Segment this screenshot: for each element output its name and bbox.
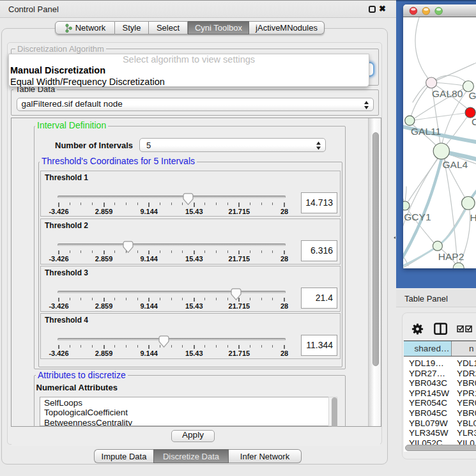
- svg-text:GA: GA: [469, 90, 476, 101]
- svg-text:GAL4: GAL4: [443, 159, 468, 170]
- svg-text:C: C: [472, 116, 476, 127]
- svg-text:GAL11: GAL11: [411, 126, 441, 137]
- svg-text:H: H: [470, 212, 476, 223]
- svg-text:HAP2: HAP2: [438, 251, 464, 262]
- svg-text:GAL80: GAL80: [432, 88, 463, 99]
- svg-text:GCY1: GCY1: [404, 211, 431, 222]
